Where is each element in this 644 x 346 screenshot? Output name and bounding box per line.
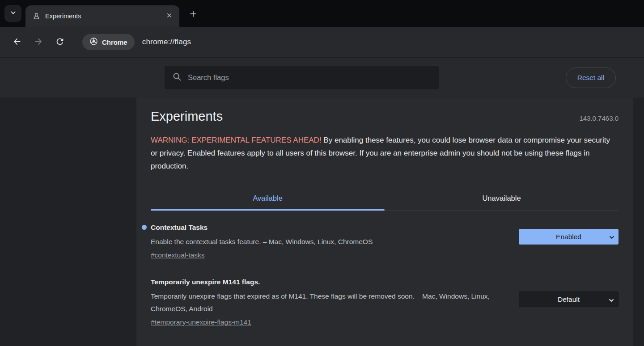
reset-all-button[interactable]: Reset all [566, 68, 616, 88]
tab-title: Experiments [45, 13, 163, 20]
flag-permalink[interactable]: #contextual-tasks [151, 251, 205, 259]
tab-strip: Experiments [0, 0, 644, 27]
flags-content: Experiments 143.0.7463.0 WARNING: EXPERI… [136, 97, 633, 346]
tab-unavailable[interactable]: Unavailable [385, 188, 619, 211]
search-icon [172, 72, 182, 83]
flag-title-text: Temporarily unexpire M141 flags. [151, 278, 260, 286]
tab-available-label: Available [253, 194, 283, 202]
chrome-badge-label: Chrome [102, 38, 127, 46]
flag-text-block: Temporarily unexpire M141 flags. Tempora… [151, 278, 511, 326]
search-flags-input[interactable] [188, 73, 431, 82]
new-tab-button[interactable] [185, 6, 201, 22]
flag-select-value: Enabled [556, 233, 581, 241]
flags-search-header: Reset all [0, 57, 644, 97]
flag-text-block: Contextual Tasks Enable the contextual t… [151, 224, 511, 259]
flag-title: Temporarily unexpire M141 flags. [151, 278, 511, 286]
flag-row-unexpire-m141: Temporarily unexpire M141 flags. Tempora… [151, 259, 619, 326]
close-icon [166, 13, 172, 20]
flag-description: Enable the contextual tasks feature. – M… [151, 236, 511, 248]
version-label: 143.0.7463.0 [579, 114, 619, 124]
flag-permalink[interactable]: #temporary-unexpire-flags-m141 [151, 318, 251, 326]
chevron-down-icon [9, 9, 17, 18]
navigation-toolbar: Chrome chrome://flags [0, 27, 644, 57]
address-bar-url[interactable]: chrome://flags [142, 38, 644, 46]
tab-close-button[interactable] [163, 10, 175, 22]
browser-window: Experiments [0, 0, 644, 346]
page-background: Experiments 143.0.7463.0 WARNING: EXPERI… [0, 97, 644, 346]
tab-search-button[interactable] [4, 5, 21, 22]
modified-indicator-dot [142, 225, 147, 230]
flask-icon [33, 13, 40, 20]
flag-row-contextual-tasks: Contextual Tasks Enable the contextual t… [151, 211, 619, 259]
search-box [165, 66, 439, 89]
flag-actions: Default [519, 278, 619, 326]
warning-highlight: WARNING: EXPERIMENTAL FEATURES AHEAD! [151, 136, 322, 144]
flag-title-text: Contextual Tasks [151, 224, 208, 231]
chrome-logo-icon [89, 37, 98, 47]
tab-unavailable-label: Unavailable [482, 194, 521, 202]
chrome-badge[interactable]: Chrome [82, 34, 135, 50]
reload-button[interactable] [51, 33, 69, 51]
flag-actions: Enabled [519, 224, 619, 259]
flag-select-contextual-tasks[interactable]: Enabled [519, 229, 619, 245]
flag-select-value: Default [558, 295, 580, 304]
forward-arrow-icon [34, 37, 43, 48]
back-arrow-icon [12, 37, 22, 48]
browser-tab-experiments[interactable]: Experiments [25, 5, 179, 27]
plus-icon [189, 10, 197, 19]
flag-title: Contextual Tasks [151, 224, 511, 232]
warning-text: WARNING: EXPERIMENTAL FEATURES AHEAD! By… [151, 134, 614, 173]
chevron-down-icon [609, 297, 614, 305]
tab-available[interactable]: Available [151, 188, 385, 211]
title-row: Experiments 143.0.7463.0 [151, 109, 619, 124]
flag-description: Temporarily unexpire flags that expired … [151, 290, 511, 315]
flags-tabs: Available Unavailable [151, 188, 619, 211]
chevron-down-icon [609, 234, 614, 242]
back-button[interactable] [8, 33, 26, 51]
flag-select-unexpire-m141[interactable]: Default [519, 291, 619, 307]
forward-button[interactable] [30, 33, 47, 51]
reload-icon [55, 37, 65, 48]
page-title: Experiments [151, 109, 223, 124]
